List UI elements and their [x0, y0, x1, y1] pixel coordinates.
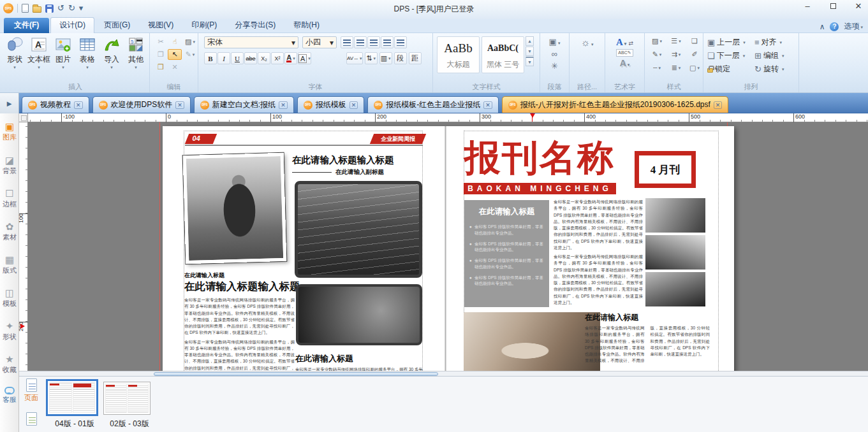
- doc-tab[interactable]: DPS 欢迎使用DPS软件 ✕: [92, 96, 191, 113]
- menu-help[interactable]: 帮助(H): [285, 18, 328, 33]
- insert-picture-button[interactable]: 图片 ▾: [51, 35, 75, 70]
- page-thumbnail[interactable]: [103, 382, 151, 415]
- close-icon[interactable]: ✕: [349, 101, 358, 109]
- page-list-button[interactable]: [20, 412, 42, 427]
- align-center-button[interactable]: [354, 36, 367, 48]
- text-style-heiti[interactable]: AaBbC( 黑体 三号: [482, 36, 524, 73]
- close-icon[interactable]: ✕: [175, 101, 184, 109]
- page-number-badge[interactable]: 04: [185, 134, 217, 144]
- text-wrap-icon[interactable]: ▣: [549, 37, 561, 47]
- canvas[interactable]: 04 企业新闻周报 在此请输入标题 在此请输入标题输入标题 金印客是一家专业数码…: [28, 122, 868, 371]
- font-family-select[interactable]: 宋体▾: [204, 36, 298, 48]
- photo-factory[interactable]: [295, 181, 422, 278]
- wordart-color-button[interactable]: A ⇄: [616, 37, 633, 48]
- italic-button[interactable]: I: [217, 52, 230, 64]
- options-dropdown[interactable]: 选项: [844, 21, 863, 32]
- node-edit-icon[interactable]: ✎: [182, 49, 198, 60]
- close-icon[interactable]: ✕: [74, 101, 83, 109]
- line-spacing-button[interactable]: ⇅: [365, 52, 378, 64]
- sidebar-item-layout[interactable]: ▦ 版式: [0, 249, 19, 281]
- expand-panel-button[interactable]: ▶: [0, 93, 19, 113]
- sidebar-item-template[interactable]: ◫ 模板: [0, 282, 19, 314]
- shape-effects-icon[interactable]: ▢: [686, 62, 703, 73]
- newspaper-masthead[interactable]: 报刊名称: [464, 133, 617, 184]
- copy-icon[interactable]: ❐: [154, 49, 168, 60]
- sidebar-item-support[interactable]: 客服: [0, 380, 19, 412]
- sidebar-item-material[interactable]: ✿ 素材: [0, 216, 19, 248]
- insert-other-button[interactable]: 5 其他 ▾: [124, 35, 148, 70]
- issue-badge[interactable]: 4 月刊: [635, 151, 696, 188]
- gray-highlight-box[interactable]: 在此请输入标题 ●金印客 DPS 排版软件简单好用，零基础也能排出专业作品。 ●…: [464, 200, 549, 307]
- styles-scroll-down-icon[interactable]: ▾: [526, 47, 534, 56]
- strikethrough-button[interactable]: abe: [244, 52, 257, 64]
- distribute-icon[interactable]: ⇉: [666, 49, 686, 60]
- collapse-ribbon-icon[interactable]: ∧: [820, 22, 825, 31]
- right-column-headline[interactable]: 在此请输入标题输入标题: [292, 154, 394, 166]
- menu-print[interactable]: 印刷(P): [183, 18, 225, 33]
- sidebar-item-background[interactable]: ◪ 背景: [0, 150, 19, 182]
- horizontal-ruler[interactable]: -100 0 100 200 300 400 500 600: [28, 113, 868, 122]
- delete-icon[interactable]: ✕: [168, 62, 182, 73]
- left-page-masthead[interactable]: 企业新闻周报: [370, 134, 426, 144]
- dash-style-icon[interactable]: ┄: [647, 62, 666, 73]
- close-button[interactable]: ✕: [853, 1, 864, 11]
- align-justify-button[interactable]: [381, 36, 394, 48]
- sidebar-item-shape[interactable]: ✦ 形状: [0, 315, 19, 347]
- format-brush-icon[interactable]: ✐: [686, 49, 703, 60]
- vertical-ruler[interactable]: 100 200: [19, 122, 28, 371]
- masthead-pinyin[interactable]: BAOKAN MINGCHENG: [464, 183, 616, 194]
- photo-worker[interactable]: [296, 284, 422, 345]
- import-button[interactable]: 导入 ▾: [99, 35, 124, 70]
- align-right-button[interactable]: [367, 36, 380, 48]
- doc-tab-active[interactable]: DPS 报纸-八开报对折-红色主题企业报纸20190306-1625.dpsf …: [502, 96, 729, 113]
- shape-outline-icon[interactable]: ✎: [647, 49, 666, 60]
- page-thumbnail-selected[interactable]: [46, 379, 98, 416]
- menu-file[interactable]: 文件(F): [4, 18, 49, 33]
- shape-fill-icon[interactable]: ▨: [647, 36, 666, 47]
- superscript-button[interactable]: X²: [271, 52, 284, 64]
- bottom-section-title[interactable]: 在此请输入标题: [585, 312, 638, 323]
- wordart-style-button[interactable]: ABC✎: [616, 49, 633, 57]
- help-icon[interactable]: ?: [830, 22, 839, 31]
- replace-image-icon[interactable]: ▨: [182, 36, 198, 47]
- columns-button[interactable]: ▥: [379, 52, 392, 64]
- insert-textbox-button[interactable]: A 文本框 ▾: [27, 35, 51, 70]
- send-backward-button[interactable]: ❏下一层: [707, 49, 754, 62]
- styles-more-icon[interactable]: ▾: [526, 57, 534, 66]
- group-button[interactable]: ⊞编组: [754, 49, 800, 62]
- doc-tab[interactable]: DPS 视频教程 ✕: [22, 96, 89, 113]
- left-column-body[interactable]: 金印客是一家专业数码与传统网络排版印刷的服务平台，拥有 30 多年印刷服务经验，…: [184, 297, 295, 371]
- bold-button[interactable]: B: [204, 52, 217, 64]
- highlight-color-button[interactable]: A: [298, 52, 311, 64]
- bottom-section-body[interactable]: 金印客是一家专业数码与传统网络排版印刷的服务平台，拥有 30 多年印刷服务经验，…: [585, 325, 710, 371]
- sidebar-item-border[interactable]: ☐ 边框: [0, 183, 19, 215]
- menu-design[interactable]: 设计(D): [50, 17, 94, 33]
- left-column-headline[interactable]: 在此请输入标题输入标题: [184, 280, 300, 294]
- close-icon[interactable]: ✕: [714, 101, 723, 109]
- menu-share-export[interactable]: 分享导出(S): [226, 18, 284, 33]
- doc-tab[interactable]: DPS 新建空白文档:报纸 ✕: [194, 96, 294, 113]
- link-icon[interactable]: ∞: [552, 49, 557, 59]
- photo-scissors[interactable]: [464, 312, 600, 371]
- photo-leather-2[interactable]: [645, 235, 705, 270]
- layers-icon[interactable]: ❏: [686, 36, 703, 47]
- restore-button[interactable]: [827, 1, 839, 11]
- close-icon[interactable]: ✕: [279, 101, 288, 109]
- align-left-button[interactable]: [341, 36, 353, 48]
- doc-tab[interactable]: DPS 报纸模板 ✕: [297, 96, 365, 113]
- insert-table-button[interactable]: 表格 ▾: [75, 35, 99, 70]
- menu-view[interactable]: 视图(V): [140, 18, 182, 33]
- page-view-button[interactable]: 页面: [20, 378, 42, 403]
- paste-icon[interactable]: ❒: [154, 62, 168, 73]
- select-tool-icon[interactable]: ↖: [168, 49, 182, 60]
- vertical-text-button[interactable]: [394, 36, 407, 48]
- doc-tab[interactable]: DPS 报纸模板-红色主题企业报纸 ✕: [367, 96, 499, 113]
- section-title[interactable]: 在此请输入标题: [295, 353, 353, 364]
- align-button[interactable]: ≡对齐: [754, 36, 800, 49]
- unlink-icon[interactable]: ✳: [551, 61, 558, 71]
- close-icon[interactable]: ✕: [483, 101, 492, 109]
- path-icon[interactable]: ☼: [580, 37, 593, 48]
- hand-tool-icon[interactable]: ☝: [168, 36, 182, 47]
- wordart-shadow-button[interactable]: A: [620, 58, 630, 68]
- case-toggle-icon[interactable]: ⇄: [629, 40, 634, 47]
